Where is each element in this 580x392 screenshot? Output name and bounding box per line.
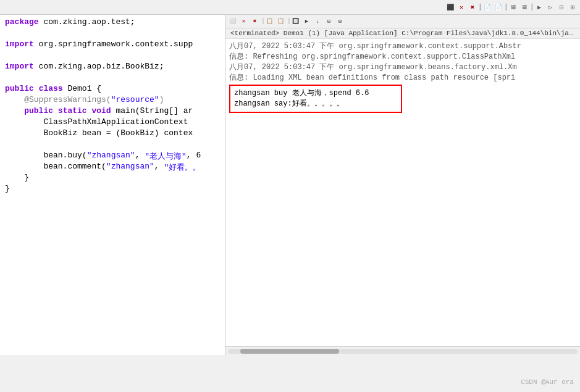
console-output[interactable]: 八月07, 2022 5:03:47 下午 org.springframewor… <box>225 39 580 346</box>
toolbar-btn-win1[interactable]: ⊟ <box>557 2 566 12</box>
toolbar-btn-sep2: │ <box>505 2 507 12</box>
watermark: CSDN @Aur ora <box>521 378 574 386</box>
console-log-3: 八月07, 2022 5:03:47 下午 org.springframewor… <box>229 62 576 73</box>
scrollbar-thumb[interactable] <box>240 349 339 354</box>
console-log-4: 信息: Loading XML bean definitions from cl… <box>229 73 576 83</box>
console-pane: ⬜ ✕ ✖ | 📋 📋 | 🔲 ▶ ↓ ⊟ ⊞ <terminated> Dem… <box>225 15 580 355</box>
console-toolbar: ⬜ ✕ ✖ | 📋 📋 | 🔲 ▶ ↓ ⊟ ⊞ <box>225 15 580 28</box>
console-btn-5[interactable]: 📋 <box>276 17 285 26</box>
console-btn-6[interactable]: 🔲 <box>291 17 300 26</box>
console-btn-1[interactable]: ⬜ <box>228 17 237 26</box>
code-line-13: bean.buy("zhangsan", "老人与海", 6 <box>0 151 225 162</box>
code-line-7: public class Demo1 { <box>0 84 225 95</box>
code-line-4 <box>0 51 225 62</box>
code-line-2 <box>0 28 225 40</box>
toolbar-btn-win2[interactable]: ⊞ <box>568 2 578 12</box>
code-line-5: import com.zking.aop.biz.BookBiz; <box>0 62 225 73</box>
code-line-10: ClassPathXmlApplicationContext <box>0 117 225 128</box>
main-window: ⬛ ✕ ✖ │ 📄 📄 │ 🖥 🖥 │ ▶ ▷ ⊟ ⊞ package com.… <box>0 0 580 392</box>
code-line-1: package com.zking.aop.test; <box>0 17 225 28</box>
horizontal-scrollbar[interactable] <box>228 349 578 354</box>
code-line-15: } <box>0 173 225 184</box>
console-log-2: 信息: Refreshing org.springframework.conte… <box>229 52 576 62</box>
toolbar-btn-display2[interactable]: 🖥 <box>519 2 529 12</box>
toolbar-btn-run2[interactable]: ▷ <box>545 2 555 12</box>
toolbar-btn-display1[interactable]: 🖥 <box>508 2 518 12</box>
toolbar-btn-sep1: │ <box>479 2 481 12</box>
console-btn-10[interactable]: ⊞ <box>335 17 345 26</box>
toolbar-btn-terminate[interactable]: ✕ <box>456 2 466 12</box>
toolbar-btn-run1[interactable]: ▶ <box>534 2 544 12</box>
code-line-12 <box>0 140 225 151</box>
console-btn-9[interactable]: ⊟ <box>324 17 334 26</box>
console-btn-8[interactable]: ↓ <box>313 17 322 26</box>
code-line-11: BookBiz bean = (BookBiz) contex <box>0 128 225 140</box>
console-title: <terminated> Demo1 (1) [Java Application… <box>225 28 580 39</box>
code-editor[interactable]: package com.zking.aop.test; import org.s… <box>0 15 225 355</box>
toolbar-btn-terminate2[interactable]: ✖ <box>468 2 477 12</box>
code-line-14: bean.comment("zhangsan", "好看。。 <box>0 162 225 173</box>
console-scrollbar-area <box>225 346 580 355</box>
toolbar-btn-copy1[interactable]: 📄 <box>482 2 492 12</box>
bottom-area <box>0 355 580 392</box>
console-btn-4[interactable]: 📋 <box>265 17 274 26</box>
toolbar-btn-copy2[interactable]: 📄 <box>494 2 503 12</box>
toolbar-btn-suspend[interactable]: ⬛ <box>445 2 455 12</box>
highlighted-output-box: zhangsan buy 老人与海，spend 6.6 zhangsan say… <box>229 85 402 113</box>
code-line-8: @SuppressWarnings("resource") <box>0 95 225 106</box>
console-btn-3[interactable]: ✖ <box>250 17 259 26</box>
code-line-3: import org.springframework.context.supp <box>0 40 225 51</box>
console-btn-2[interactable]: ✕ <box>239 17 248 26</box>
toolbar-btn-sep3: │ <box>531 2 533 12</box>
content-area: package com.zking.aop.test; import org.s… <box>0 15 580 355</box>
code-line-16: } <box>0 184 225 195</box>
console-btn-7[interactable]: ▶ <box>302 17 311 26</box>
code-line-6 <box>0 73 225 84</box>
console-log-1: 八月07, 2022 5:03:47 下午 org.springframewor… <box>229 41 576 52</box>
top-toolbar: ⬛ ✕ ✖ │ 📄 📄 │ 🖥 🖥 │ ▶ ▷ ⊟ ⊞ <box>0 0 580 15</box>
toolbar-icons: ⬛ ✕ ✖ │ 📄 📄 │ 🖥 🖥 │ ▶ ▷ ⊟ ⊞ <box>445 2 578 12</box>
console-result-1: zhangsan buy 老人与海，spend 6.6 <box>234 88 397 99</box>
console-result-2: zhangsan say:好看。。。。。 <box>234 99 397 109</box>
code-line-9: public static void main(String[] ar <box>0 106 225 117</box>
